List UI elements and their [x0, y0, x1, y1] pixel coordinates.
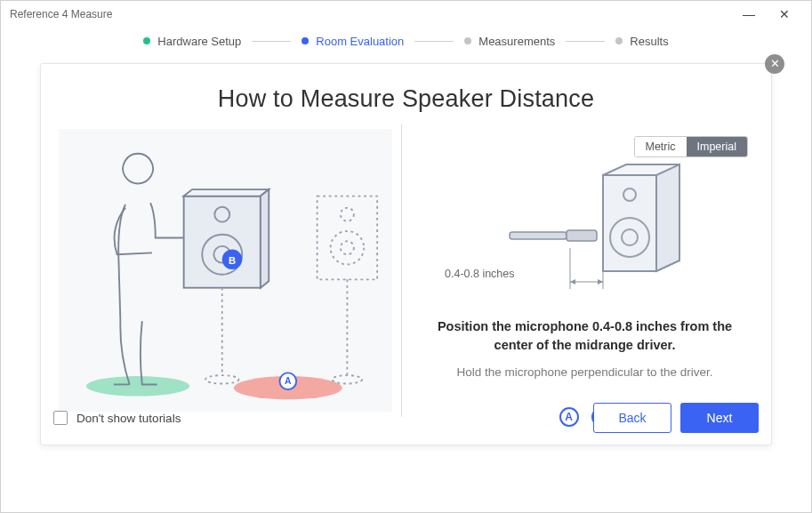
step-divider: [566, 41, 605, 42]
minimize-button[interactable]: —: [731, 7, 767, 21]
svg-point-13: [333, 375, 363, 383]
checkbox-icon: [53, 411, 68, 425]
svg-point-7: [205, 375, 239, 383]
window-title: Reference 4 Measure: [10, 8, 112, 20]
wizard-stepper: Hardware Setup Room Evaluation Measureme…: [1, 28, 811, 54]
svg-point-11: [341, 241, 354, 254]
svg-point-9: [341, 208, 354, 221]
step-label: Results: [630, 35, 668, 48]
dont-show-label: Don't show tutorials: [76, 412, 181, 425]
illustration-right: Metric Imperial: [402, 124, 771, 417]
step-room-evaluation[interactable]: Room Evaluation: [301, 35, 404, 48]
instruction-primary: Position the microphone 0.4-0.8 inches f…: [418, 317, 752, 355]
step-results[interactable]: Results: [615, 35, 668, 48]
tutorial-heading: How to Measure Speaker Distance: [41, 85, 771, 113]
step-dot-active-icon: [301, 37, 309, 44]
step-label: Measurements: [478, 35, 555, 48]
window-titlebar: Reference 4 Measure — ✕: [1, 1, 811, 28]
step-hardware-setup[interactable]: Hardware Setup: [143, 35, 241, 48]
unit-metric-button[interactable]: Metric: [635, 137, 687, 156]
back-button[interactable]: Back: [593, 403, 671, 433]
illustration-left: B A: [50, 124, 402, 417]
step-dot-pending-icon: [615, 37, 623, 44]
step-dot-done-icon: [143, 37, 150, 44]
badge-b-label: B: [229, 255, 236, 266]
svg-rect-20: [567, 230, 597, 241]
spot-a-label: A: [285, 376, 292, 386]
dont-show-tutorials-checkbox[interactable]: Don't show tutorials: [53, 411, 181, 425]
unit-imperial-button[interactable]: Imperial: [687, 137, 747, 156]
close-panel-button[interactable]: ✕: [765, 54, 784, 74]
step-label: Hardware Setup: [157, 35, 241, 48]
step-dot-pending-icon: [464, 37, 471, 44]
next-button[interactable]: Next: [680, 403, 759, 433]
step-measurements[interactable]: Measurements: [464, 35, 555, 48]
svg-point-10: [331, 231, 365, 265]
person-speakers-illustration: B A: [59, 129, 392, 412]
svg-rect-19: [510, 232, 567, 239]
step-label: Room Evaluation: [316, 35, 404, 48]
step-divider: [252, 41, 291, 42]
step-divider: [414, 41, 454, 42]
dimension-caption: 0.4-0.8 inches: [445, 268, 515, 280]
panel-footer: Don't show tutorials Back Next: [41, 391, 771, 445]
instruction-secondary: Hold the microphone perpendicular to the…: [418, 365, 752, 379]
tutorial-panel: How to Measure Speaker Distance: [40, 63, 772, 445]
close-window-button[interactable]: ✕: [767, 7, 802, 21]
unit-toggle: Metric Imperial: [634, 136, 749, 157]
